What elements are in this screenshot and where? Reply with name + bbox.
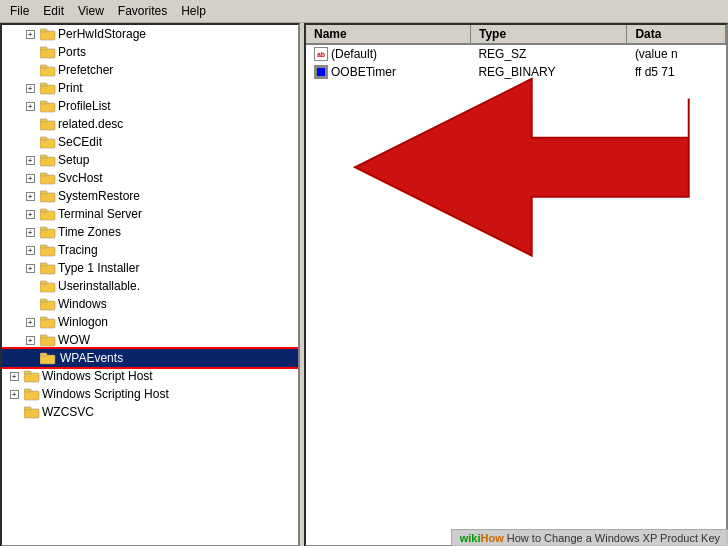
tree-item[interactable]: + PerHwIdStorage (2, 25, 298, 43)
value-data: ff d5 71 (627, 63, 726, 81)
value-name: OOBETimer (306, 63, 470, 81)
svg-rect-30 (40, 301, 55, 310)
tree-item-label: SeCEdit (58, 135, 102, 149)
tree-expander[interactable]: + (22, 170, 38, 186)
svg-rect-11 (40, 119, 47, 122)
tree-expander[interactable]: + (22, 242, 38, 258)
tree-item-label: Ports (58, 45, 86, 59)
svg-rect-16 (40, 175, 55, 184)
tree-item-label: Tracing (58, 243, 98, 257)
tree-item[interactable]: + Type 1 Installer (2, 259, 298, 277)
tree-item[interactable]: + SystemRestore (2, 187, 298, 205)
tree-expander[interactable]: + (22, 152, 38, 168)
svg-rect-29 (40, 281, 47, 284)
menu-favorites[interactable]: Favorites (112, 2, 173, 20)
folder-icon (40, 27, 56, 41)
tree-item[interactable]: WZCSVC (2, 403, 298, 421)
svg-rect-33 (40, 317, 47, 320)
tree-item[interactable]: WPAEvents (2, 349, 298, 367)
tree-item[interactable]: + WOW (2, 331, 298, 349)
tree-item[interactable]: + Windows Scripting Host (2, 385, 298, 403)
tree-expander[interactable]: + (6, 368, 22, 384)
svg-rect-24 (40, 247, 55, 256)
folder-icon (24, 387, 40, 401)
svg-rect-22 (40, 229, 55, 238)
tree-item[interactable]: + Time Zones (2, 223, 298, 241)
tree-item[interactable]: Userinstallable. (2, 277, 298, 295)
tree-expander-empty (22, 62, 38, 78)
tree-expander-empty (6, 404, 22, 420)
tree-item-label: PerHwIdStorage (58, 27, 146, 41)
tree-item[interactable]: Ports (2, 43, 298, 61)
tree-item-label: Userinstallable. (58, 279, 140, 293)
menu-view[interactable]: View (72, 2, 110, 20)
folder-icon (40, 81, 56, 95)
folder-icon (40, 225, 56, 239)
tree-expander[interactable]: + (22, 206, 38, 222)
svg-rect-3 (40, 47, 47, 50)
folder-icon (40, 315, 56, 329)
tree-item-label: Windows (58, 297, 107, 311)
wikihow-wiki: wiki (460, 532, 481, 544)
table-row[interactable]: OOBETimer REG_BINARY ff d5 71 (306, 63, 726, 81)
value-type: REG_BINARY (470, 63, 626, 81)
svg-rect-15 (40, 155, 47, 158)
tree-item-label: Winlogon (58, 315, 108, 329)
menu-help[interactable]: Help (175, 2, 212, 20)
svg-rect-43 (24, 407, 31, 410)
tree-item-label: Print (58, 81, 83, 95)
tree-item[interactable]: + Winlogon (2, 313, 298, 331)
tree-item-label: WPAEvents (58, 351, 125, 365)
svg-rect-18 (40, 193, 55, 202)
svg-rect-9 (40, 101, 47, 104)
tree-expander[interactable]: + (22, 314, 38, 330)
wikihow-watermark: wikiHow How to Change a Windows XP Produ… (451, 529, 728, 546)
tree-expander[interactable]: + (6, 386, 22, 402)
svg-rect-23 (40, 227, 47, 230)
tree-expander-empty (22, 350, 38, 366)
menu-bar: File Edit View Favorites Help (0, 0, 728, 23)
table-row[interactable]: ab(Default) REG_SZ (value n (306, 44, 726, 63)
tree-item[interactable]: + Setup (2, 151, 298, 169)
tree-item[interactable]: related.desc (2, 115, 298, 133)
tree-item[interactable]: + SvcHost (2, 169, 298, 187)
tree-expander[interactable]: + (22, 188, 38, 204)
tree-item[interactable]: + Tracing (2, 241, 298, 259)
folder-icon (40, 117, 56, 131)
svg-rect-35 (40, 335, 47, 338)
registry-values-panel: Name Type Data ab(Default) REG_SZ (value… (304, 23, 728, 546)
tree-expander[interactable]: + (22, 98, 38, 114)
tree-item[interactable]: + ProfileList (2, 97, 298, 115)
tree-item-label: WZCSVC (42, 405, 94, 419)
tree-expander[interactable]: + (22, 332, 38, 348)
tree-expander[interactable]: + (22, 224, 38, 240)
tree-item-label: Windows Script Host (42, 369, 153, 383)
svg-rect-8 (40, 103, 55, 112)
svg-rect-0 (40, 31, 55, 40)
folder-icon (40, 279, 56, 293)
tree-item[interactable]: + Print (2, 79, 298, 97)
folder-icon (40, 243, 56, 257)
arrow-annotation (306, 25, 726, 545)
tree-item-label: Type 1 Installer (58, 261, 139, 275)
reg-sz-icon: ab (314, 47, 328, 61)
folder-icon (24, 405, 40, 419)
tree-expander[interactable]: + (22, 80, 38, 96)
svg-rect-2 (40, 49, 55, 58)
tree-item[interactable]: SeCEdit (2, 133, 298, 151)
tree-item[interactable]: Windows (2, 295, 298, 313)
svg-rect-38 (24, 373, 39, 382)
folder-icon (24, 369, 40, 383)
svg-rect-20 (40, 211, 55, 220)
tree-item[interactable]: + Windows Script Host (2, 367, 298, 385)
registry-tree-panel: + PerHwIdStorage Ports Prefetcher+ Print… (0, 23, 300, 546)
tree-expander[interactable]: + (22, 26, 38, 42)
menu-file[interactable]: File (4, 2, 35, 20)
registry-tree[interactable]: + PerHwIdStorage Ports Prefetcher+ Print… (2, 25, 298, 545)
svg-rect-32 (40, 319, 55, 328)
tree-expander[interactable]: + (22, 260, 38, 276)
tree-item[interactable]: Prefetcher (2, 61, 298, 79)
tree-item-label: Prefetcher (58, 63, 113, 77)
menu-edit[interactable]: Edit (37, 2, 70, 20)
tree-item[interactable]: + Terminal Server (2, 205, 298, 223)
